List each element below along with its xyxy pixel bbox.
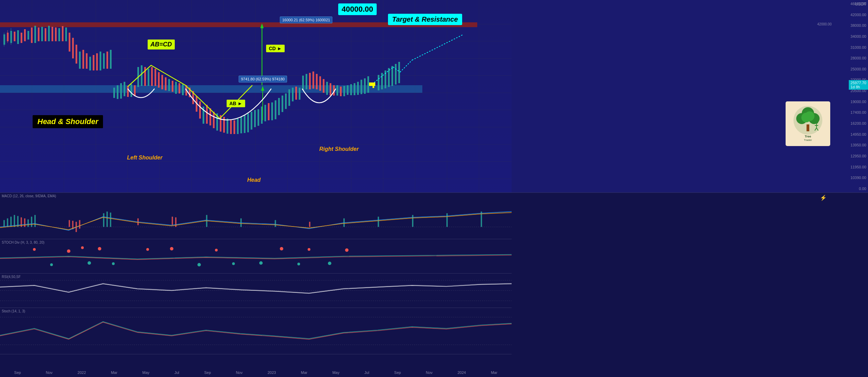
svg-rect-130 [343,86,345,96]
svg-rect-92 [213,112,215,128]
flash-icon[interactable]: ⚡ [820,195,827,201]
svg-rect-181 [34,215,36,227]
svg-rect-75 [155,69,156,86]
price-tick-10390: 10390.00 [835,176,866,180]
time-label-nov3: Nov [426,370,433,375]
svg-point-205 [81,246,84,249]
svg-rect-38 [27,31,29,40]
svg-rect-58 [96,53,98,70]
price-tick-17400: 17400.00 [835,110,866,114]
time-label-mar2: Mar [301,370,307,375]
svg-rect-41 [38,27,39,41]
price-axis: 46000.00 42000.00 38000.00 34000.00 3100… [834,0,868,192]
svg-rect-83 [182,84,184,95]
price-tick-38000: 38000.00 [835,23,866,27]
svg-rect-57 [93,55,94,70]
chart-container: Bitcoin / TetherUS, 2D, BINANCE [0,0,868,377]
svg-rect-107 [264,105,266,121]
svg-point-214 [88,261,91,265]
price-tick-13950: 13950.00 [835,143,866,147]
price-tick-42000: 42000.00 [835,13,866,17]
svg-rect-108 [268,103,270,120]
current-price-badge: 25977.70 1d 8h [849,80,868,90]
svg-rect-98 [233,120,235,134]
price-tick-28000: 28000.00 [835,56,866,60]
right-shoulder-label: Right Shoulder [319,146,359,152]
time-label-jul2: Jul [364,370,369,375]
svg-rect-105 [258,109,259,126]
svg-rect-124 [323,79,324,93]
svg-rect-42 [41,27,43,41]
bottom-time-axis: Sep Nov 2022 Mar May Jul Sep Nov 2023 Ma… [0,370,512,375]
price-tick-16200: 16200.00 [835,121,866,125]
svg-rect-120 [309,73,311,89]
svg-rect-35 [17,30,19,44]
svg-rect-129 [340,87,342,96]
svg-rect-131 [347,85,349,95]
svg-rect-143 [395,64,397,85]
time-label-mar: Mar [111,370,117,375]
svg-rect-0 [0,0,512,192]
svg-point-213 [50,263,53,266]
time-label-2024: 2024 [458,370,466,375]
svg-rect-91 [209,108,211,125]
svg-rect-54 [82,50,84,69]
head-shoulder-label: Head & Shoulder [33,115,103,128]
svg-rect-81 [175,82,177,94]
time-label-jul: Jul [174,370,179,375]
price-tick-31000: 31000.00 [835,45,866,49]
svg-rect-103 [251,112,252,130]
price-tick-12950: 12950.00 [835,154,866,158]
svg-point-208 [170,247,173,251]
svg-point-207 [146,248,149,251]
svg-rect-34 [14,32,15,41]
svg-rect-47 [58,28,60,41]
svg-rect-122 [316,74,318,89]
svg-rect-132 [350,84,352,95]
macd-label: MACD (12, 26, close, 9/EMA, EMA) [2,194,56,198]
svg-rect-144 [398,62,400,83]
price-tick-34000: 34000.00 [835,34,866,38]
svg-rect-179 [27,219,29,227]
stoch-div-panel: STOCH Div (H, 3, 3, 80, 20) [0,239,512,274]
price-tick-25000: 25000.00 [835,67,866,71]
macd-svg [0,193,512,239]
svg-rect-199 [446,213,448,227]
svg-rect-36 [21,33,22,43]
svg-rect-175 [14,215,15,227]
svg-rect-71 [141,65,142,86]
svg-rect-95 [223,117,225,133]
svg-rect-48 [62,26,64,41]
price-measurement-box-1: 16000.21 (62.59%) 1600021 [280,16,332,23]
svg-rect-173 [7,218,8,227]
svg-rect-46 [55,27,57,41]
svg-rect-76 [158,72,160,88]
time-label-may: May [142,370,150,375]
timeframe-label: 1d 8h [850,85,860,89]
svg-rect-90 [206,105,208,124]
logo-svg: Tree Trader [787,103,829,144]
svg-rect-27 [0,85,422,93]
stoch-div-svg [0,239,512,273]
rsi-panel: RSI(4,50,SF [0,274,512,308]
svg-rect-68 [130,84,132,97]
svg-rect-88 [199,101,201,119]
svg-rect-185 [79,220,80,229]
svg-rect-118 [302,76,304,90]
svg-point-220 [328,262,331,265]
svg-rect-172 [3,220,5,227]
svg-rect-80 [172,81,173,92]
time-label-may2: May [332,370,340,375]
svg-rect-59 [100,52,101,70]
svg-rect-109 [271,102,273,120]
svg-rect-60 [103,53,105,69]
svg-rect-65 [120,83,122,99]
svg-rect-133 [354,83,355,95]
svg-rect-45 [52,27,53,41]
svg-rect-116 [295,87,297,100]
price-40000-label: 40000.00 [338,3,377,15]
svg-point-219 [297,263,300,265]
target-resistance-label: Target & Resistance [388,14,462,25]
svg-rect-62 [110,50,112,69]
stoch-svg [0,308,512,354]
